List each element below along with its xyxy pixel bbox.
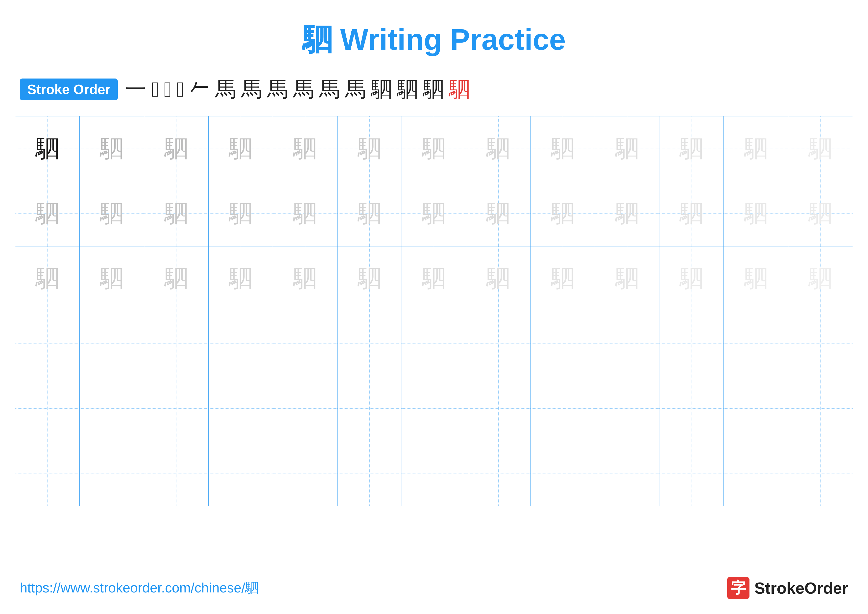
cell-1-11[interactable]: 駟 [659,117,724,181]
cell-1-6[interactable]: 駟 [338,117,402,181]
cell-1-7[interactable]: 駟 [402,117,466,181]
cell-1-3[interactable]: 駟 [144,117,209,181]
cell-6-10[interactable] [595,441,659,506]
cell-6-8[interactable] [466,441,530,506]
stroke-1: 一 [125,75,146,104]
cell-2-7[interactable]: 駟 [402,181,466,246]
cell-6-9[interactable] [530,441,595,506]
cell-4-4[interactable] [209,311,273,376]
cell-4-12[interactable] [724,311,788,376]
stroke-9: 馬 [293,75,314,104]
cell-1-13[interactable]: 駟 [788,117,852,181]
footer-url[interactable]: https://www.strokeorder.com/chinese/駟 [20,579,259,597]
practice-char: 駟 [293,137,317,160]
stroke-14: 駟 [423,75,444,104]
cell-4-6[interactable] [338,311,402,376]
cell-4-11[interactable] [659,311,724,376]
cell-5-8[interactable] [466,376,530,441]
cell-4-7[interactable] [402,311,466,376]
cell-4-13[interactable] [788,311,852,376]
cell-5-13[interactable] [788,376,852,441]
page-title: 駟 Writing Practice [0,0,868,70]
cell-2-2[interactable]: 駟 [80,181,144,246]
cell-6-2[interactable] [80,441,144,506]
cell-5-12[interactable] [724,376,788,441]
cell-5-3[interactable] [144,376,209,441]
practice-char: 駟 [229,137,253,160]
cell-6-1[interactable] [16,441,80,506]
cell-2-4[interactable]: 駟 [209,181,273,246]
cell-4-1[interactable] [16,311,80,376]
cell-1-8[interactable]: 駟 [466,117,530,181]
cell-2-5[interactable]: 駟 [273,181,337,246]
cell-3-2[interactable]: 駟 [80,246,144,311]
cell-3-4[interactable]: 駟 [209,246,273,311]
practice-char: 駟 [422,202,446,225]
cell-3-7[interactable]: 駟 [402,246,466,311]
cell-2-8[interactable]: 駟 [466,181,530,246]
cell-6-13[interactable] [788,441,852,506]
cell-3-11[interactable]: 駟 [659,246,724,311]
practice-char: 駟 [615,202,639,225]
cell-3-3[interactable]: 駟 [144,246,209,311]
cell-4-8[interactable] [466,311,530,376]
cell-3-5[interactable]: 駟 [273,246,337,311]
cell-5-5[interactable] [273,376,337,441]
stroke-10: 馬 [319,75,340,104]
stroke-12: 駟 [371,75,392,104]
cell-1-1[interactable]: 駟 [16,117,80,181]
cell-3-12[interactable]: 駟 [724,246,788,311]
practice-char: 駟 [422,137,446,160]
cell-5-2[interactable] [80,376,144,441]
cell-1-9[interactable]: 駟 [530,117,595,181]
cell-3-9[interactable]: 駟 [530,246,595,311]
cell-6-7[interactable] [402,441,466,506]
practice-char: 駟 [809,202,832,225]
cell-4-3[interactable] [144,311,209,376]
stroke-4: 𠂈 [177,77,184,101]
cell-6-5[interactable] [273,441,337,506]
cell-6-11[interactable] [659,441,724,506]
title-char: 駟 [302,23,332,56]
brand-icon: 字 [727,577,749,599]
cell-5-4[interactable] [209,376,273,441]
practice-char: 駟 [615,267,639,290]
cell-1-4[interactable]: 駟 [209,117,273,181]
cell-4-5[interactable] [273,311,337,376]
cell-2-12[interactable]: 駟 [724,181,788,246]
cell-1-12[interactable]: 駟 [724,117,788,181]
cell-3-1[interactable]: 駟 [16,246,80,311]
cell-3-8[interactable]: 駟 [466,246,530,311]
practice-char: 駟 [615,137,639,160]
cell-4-2[interactable] [80,311,144,376]
cell-6-6[interactable] [338,441,402,506]
footer-brand: 字 StrokeOrder [727,577,848,599]
cell-3-13[interactable]: 駟 [788,246,852,311]
cell-6-4[interactable] [209,441,273,506]
cell-2-6[interactable]: 駟 [338,181,402,246]
cell-4-10[interactable] [595,311,659,376]
cell-2-13[interactable]: 駟 [788,181,852,246]
cell-5-6[interactable] [338,376,402,441]
cell-1-2[interactable]: 駟 [80,117,144,181]
cell-2-1[interactable]: 駟 [16,181,80,246]
cell-5-7[interactable] [402,376,466,441]
cell-6-12[interactable] [724,441,788,506]
stroke-11: 馬 [345,75,366,104]
cell-2-10[interactable]: 駟 [595,181,659,246]
cell-3-6[interactable]: 駟 [338,246,402,311]
cell-5-11[interactable] [659,376,724,441]
cell-6-3[interactable] [144,441,209,506]
cell-5-1[interactable] [16,376,80,441]
cell-4-9[interactable] [530,311,595,376]
cell-5-10[interactable] [595,376,659,441]
cell-2-9[interactable]: 駟 [530,181,595,246]
cell-2-3[interactable]: 駟 [144,181,209,246]
cell-1-5[interactable]: 駟 [273,117,337,181]
cell-2-11[interactable]: 駟 [659,181,724,246]
stroke-3: 𠂇 [164,77,172,101]
cell-3-10[interactable]: 駟 [595,246,659,311]
cell-1-10[interactable]: 駟 [595,117,659,181]
practice-char: 駟 [164,202,188,225]
cell-5-9[interactable] [530,376,595,441]
